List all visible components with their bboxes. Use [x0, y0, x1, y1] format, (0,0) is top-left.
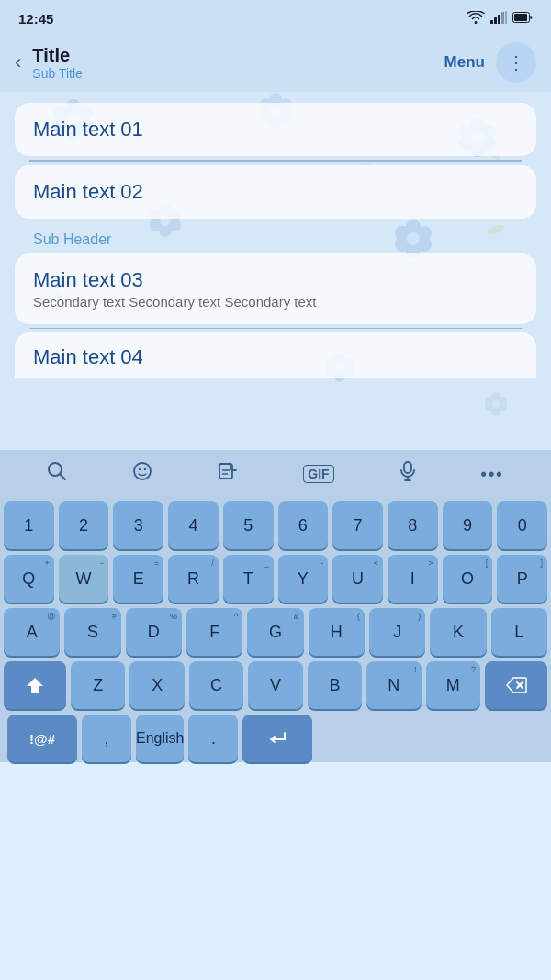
list-item-main: Main text 02: [33, 180, 518, 204]
key-y[interactable]: -Y: [278, 555, 329, 603]
key-g[interactable]: &G: [247, 608, 303, 656]
list-item-main: Main text 03: [33, 268, 518, 292]
key-v[interactable]: V: [248, 661, 302, 709]
number-row: 1 2 3 4 5 6 7 8 9 0: [4, 501, 547, 549]
key-p[interactable]: ]P: [497, 555, 547, 603]
key-l[interactable]: L: [491, 608, 547, 656]
key-a[interactable]: @A: [4, 608, 60, 656]
svg-point-57: [485, 402, 494, 411]
key-j[interactable]: )J: [369, 608, 425, 656]
key-n[interactable]: !N: [366, 661, 421, 709]
sub-header: Sub Header: [15, 222, 536, 253]
key-7[interactable]: 7: [332, 501, 383, 549]
key-9[interactable]: 9: [443, 501, 493, 549]
svg-point-54: [498, 397, 507, 406]
toolbar-title: Title: [32, 45, 444, 66]
status-icons: [467, 11, 533, 27]
svg-rect-0: [490, 20, 493, 24]
list-item-main: Main text 01: [33, 118, 518, 141]
content-area: Main text 01 Main text 02 Sub Header Mai…: [0, 92, 551, 450]
delete-key[interactable]: [485, 661, 547, 709]
gif-icon[interactable]: GIF: [303, 465, 333, 483]
svg-point-62: [134, 463, 151, 479]
svg-rect-3: [501, 12, 504, 24]
key-u[interactable]: <U: [332, 555, 383, 603]
svg-rect-6: [514, 14, 527, 21]
toolbar-titles: Title Sub Title: [32, 45, 444, 81]
key-z[interactable]: Z: [71, 661, 125, 709]
list-item[interactable]: Main text 02: [15, 165, 536, 219]
key-t[interactable]: _T: [223, 555, 274, 603]
svg-point-64: [144, 468, 146, 470]
toolbar: ‹ Title Sub Title Menu ⋮: [0, 33, 551, 92]
key-x[interactable]: X: [129, 661, 184, 709]
menu-label[interactable]: Menu: [444, 53, 485, 72]
enter-key[interactable]: [242, 715, 312, 762]
key-e[interactable]: =E: [113, 555, 163, 603]
more-dots-icon[interactable]: •••: [481, 465, 504, 484]
key-d[interactable]: %D: [126, 608, 182, 656]
keyboard: 1 2 3 4 5 6 7 8 9 0 +Q −W =E /R _T -Y <U…: [0, 498, 551, 762]
shift-key[interactable]: [4, 661, 66, 709]
svg-rect-1: [494, 17, 497, 24]
list-item-partial[interactable]: Main text 04: [15, 332, 536, 378]
key-6[interactable]: 6: [278, 501, 329, 549]
status-bar: 12:45: [0, 0, 551, 33]
search-icon[interactable]: [47, 461, 67, 487]
key-r[interactable]: /R: [168, 555, 219, 603]
comma-key[interactable]: ,: [82, 715, 131, 762]
key-8[interactable]: 8: [388, 501, 438, 549]
more-button[interactable]: ⋮: [496, 42, 536, 83]
emoji-icon[interactable]: [132, 461, 152, 487]
key-f[interactable]: ^F: [186, 608, 242, 656]
battery-icon: [512, 12, 533, 26]
svg-point-63: [139, 468, 141, 470]
key-1[interactable]: 1: [4, 501, 54, 549]
qwerty-row: +Q −W =E /R _T -Y <U >I [O ]P: [4, 555, 547, 603]
bottom-row: !@# , English .: [4, 715, 547, 762]
zxcv-row: Z X C V B !N ?M: [4, 661, 547, 709]
space-key[interactable]: English: [136, 715, 184, 762]
list-container: Main text 01 Main text 02 Sub Header Mai…: [0, 92, 551, 389]
key-w[interactable]: −W: [59, 555, 109, 603]
key-b[interactable]: B: [308, 661, 362, 709]
key-o[interactable]: [O: [443, 555, 493, 603]
svg-rect-4: [505, 11, 507, 24]
period-key[interactable]: .: [188, 715, 238, 762]
svg-rect-2: [498, 15, 500, 24]
key-i[interactable]: >I: [388, 555, 438, 603]
signal-icon: [490, 11, 507, 27]
mic-icon[interactable]: [399, 461, 416, 487]
svg-rect-68: [404, 462, 411, 473]
key-4[interactable]: 4: [168, 501, 219, 549]
svg-point-55: [498, 402, 507, 411]
list-item[interactable]: Main text 03 Secondary text Secondary te…: [15, 253, 536, 324]
more-icon: ⋮: [507, 51, 526, 73]
list-item[interactable]: Main text 01: [15, 103, 536, 156]
list-item-secondary: Secondary text Secondary text Secondary …: [33, 294, 518, 310]
key-m[interactable]: ?M: [426, 661, 480, 709]
key-c[interactable]: C: [189, 661, 243, 709]
svg-point-56: [491, 407, 500, 416]
key-3[interactable]: 3: [113, 501, 163, 549]
asdf-row: @A #S %D ^F &G (H )J K L: [4, 608, 547, 656]
svg-point-53: [491, 392, 500, 401]
key-2[interactable]: 2: [59, 501, 109, 549]
key-k[interactable]: K: [430, 608, 486, 656]
key-0[interactable]: 0: [497, 501, 547, 549]
toolbar-subtitle: Sub Title: [32, 66, 444, 81]
list-divider: [29, 328, 522, 330]
symbols-key[interactable]: !@#: [7, 715, 77, 762]
key-h[interactable]: (H: [309, 608, 365, 656]
back-button[interactable]: ‹: [15, 51, 21, 74]
svg-point-59: [492, 400, 500, 408]
key-s[interactable]: #S: [64, 608, 120, 656]
list-divider: [29, 160, 522, 162]
svg-line-61: [61, 475, 66, 480]
sticker-icon[interactable]: [218, 461, 238, 487]
status-time: 12:45: [18, 11, 53, 27]
key-q[interactable]: +Q: [4, 555, 54, 603]
wifi-icon: [467, 11, 485, 27]
list-item-main: Main text 04: [33, 345, 518, 369]
key-5[interactable]: 5: [223, 501, 274, 549]
